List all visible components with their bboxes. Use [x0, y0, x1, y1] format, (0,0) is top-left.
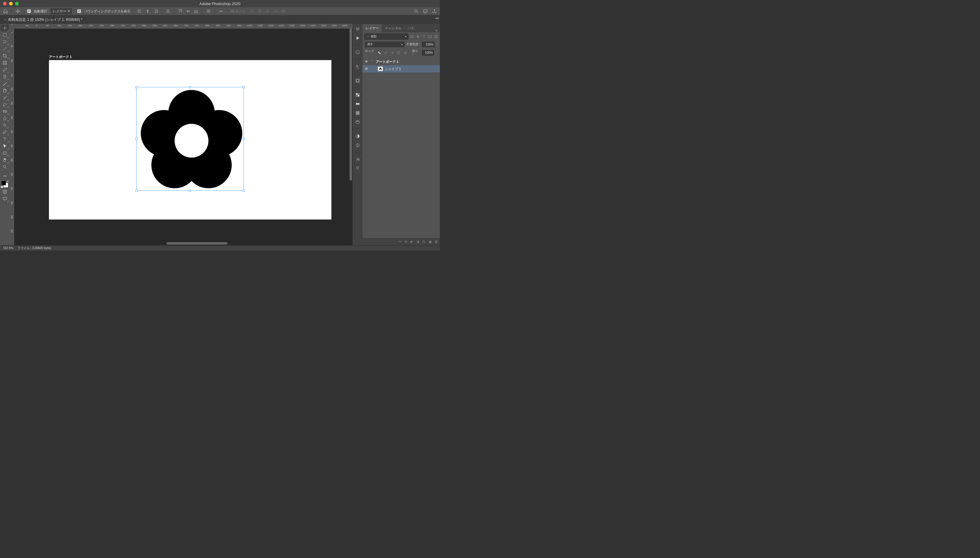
- auto-select-target-dropdown[interactable]: レイヤー: [51, 8, 72, 14]
- scroll-thumb[interactable]: [166, 242, 227, 245]
- align-horizontal-centers-icon[interactable]: [145, 8, 151, 14]
- healing-brush-tool[interactable]: [1, 73, 9, 80]
- libraries-panel-icon[interactable]: [354, 77, 361, 84]
- artboard-label[interactable]: アートボード 1: [49, 55, 72, 59]
- move-tool[interactable]: [1, 25, 9, 31]
- styles-panel-icon[interactable]: [354, 142, 361, 149]
- filter-adjustment-icon[interactable]: [416, 34, 420, 39]
- filter-smartobject-icon[interactable]: [434, 34, 438, 39]
- resize-handle-bl[interactable]: [135, 190, 138, 192]
- more-options-icon[interactable]: [218, 8, 224, 14]
- clone-stamp-tool[interactable]: [1, 87, 9, 94]
- link-layers-icon[interactable]: ⚯: [399, 240, 401, 244]
- show-transform-checkbox[interactable]: ✔: [77, 9, 81, 13]
- close-window-button[interactable]: [3, 2, 7, 5]
- resize-handle-ml[interactable]: [135, 138, 138, 140]
- align-right-edges-icon[interactable]: [153, 8, 159, 14]
- zoom-tool[interactable]: [1, 163, 9, 170]
- scroll-thumb[interactable]: [350, 28, 352, 181]
- paragraph-panel-icon[interactable]: [354, 165, 361, 172]
- blend-mode-dropdown[interactable]: 通常: [365, 42, 404, 47]
- layer-mask-icon[interactable]: ◐: [410, 240, 413, 244]
- share-icon[interactable]: [431, 8, 437, 14]
- resize-handle-bm[interactable]: [189, 190, 191, 192]
- tab-paths[interactable]: パス: [404, 24, 417, 32]
- tab-close-button[interactable]: ×: [4, 18, 6, 21]
- move-tool-indicator[interactable]: [15, 8, 21, 14]
- panel-collapse-handle[interactable]: ◀◀: [435, 16, 438, 20]
- resize-handle-tl[interactable]: [135, 86, 138, 88]
- resize-handle-tr[interactable]: [243, 86, 245, 88]
- visibility-toggle[interactable]: 👁: [364, 67, 368, 71]
- tab-channels[interactable]: チャンネル: [382, 24, 404, 32]
- type-tool[interactable]: [1, 136, 9, 143]
- visibility-toggle[interactable]: 👁: [364, 60, 368, 63]
- screen-mode-tool[interactable]: [1, 195, 9, 202]
- layer-name[interactable]: シェイプ 1: [385, 67, 401, 71]
- vertical-scrollbar[interactable]: [349, 24, 352, 241]
- gradients-panel-icon[interactable]: [354, 100, 361, 107]
- filter-shape-icon[interactable]: [428, 34, 432, 39]
- opacity-input[interactable]: 100%: [422, 42, 435, 47]
- layer-row-shape[interactable]: 👁 シェイプ 1: [362, 65, 440, 72]
- panel-menu-icon[interactable]: ≡: [433, 29, 440, 32]
- adjustments-panel-icon[interactable]: [354, 133, 361, 140]
- artboard[interactable]: [49, 60, 331, 220]
- rectangle-tool[interactable]: [1, 149, 9, 156]
- zoom-level[interactable]: 152.5%: [3, 246, 13, 250]
- swatches-panel-icon[interactable]: [354, 92, 361, 98]
- tab-layers[interactable]: レイヤー: [362, 24, 382, 32]
- layer-name[interactable]: アートボード 1: [376, 59, 398, 64]
- minimize-window-button[interactable]: [9, 2, 13, 5]
- resize-handle-mr[interactable]: [243, 138, 245, 140]
- layer-style-icon[interactable]: fx: [404, 240, 407, 243]
- delete-layer-icon[interactable]: 🗑: [435, 240, 438, 243]
- align-bottom-edges-icon[interactable]: [193, 8, 199, 14]
- screen-mode-icon[interactable]: [423, 8, 428, 14]
- layer-thumbnail[interactable]: [378, 66, 383, 71]
- transform-bounding-box[interactable]: [136, 87, 244, 191]
- new-layer-icon[interactable]: ▣: [429, 240, 432, 244]
- lock-position-icon[interactable]: [390, 51, 394, 55]
- brush-settings-panel-icon[interactable]: [354, 26, 361, 32]
- canvas-viewport[interactable]: アートボード 1: [14, 29, 352, 245]
- character-panel-icon[interactable]: [354, 63, 361, 70]
- edit-toolbar-button[interactable]: [1, 172, 9, 179]
- crop-tool[interactable]: [1, 52, 9, 59]
- brush-tool[interactable]: [1, 80, 9, 87]
- info-panel-icon[interactable]: [354, 49, 361, 56]
- frame-tool[interactable]: [1, 59, 9, 66]
- eraser-tool[interactable]: [1, 101, 9, 108]
- horizontal-scrollbar[interactable]: [14, 241, 352, 245]
- fullscreen-window-button[interactable]: [15, 2, 19, 5]
- distribute-horizontal-icon[interactable]: [165, 8, 171, 14]
- color-swatches[interactable]: ⇄: [1, 180, 9, 188]
- dodge-tool[interactable]: [1, 122, 9, 129]
- blur-tool[interactable]: [1, 115, 9, 122]
- history-brush-tool[interactable]: [1, 94, 9, 101]
- hand-tool[interactable]: [1, 156, 9, 163]
- search-icon[interactable]: [413, 8, 419, 14]
- lock-artboard-icon[interactable]: [397, 51, 401, 55]
- home-button[interactable]: [2, 8, 8, 14]
- eyedropper-tool[interactable]: [1, 66, 9, 73]
- adjustment-layer-icon[interactable]: ◑: [416, 240, 419, 244]
- swap-colors-icon[interactable]: ⇄: [7, 180, 9, 183]
- distribute-vertical-icon[interactable]: [206, 8, 212, 14]
- status-menu-caret[interactable]: 〉: [55, 246, 58, 250]
- glyphs-panel-icon[interactable]: [354, 156, 361, 163]
- lock-transparency-icon[interactable]: [378, 51, 381, 55]
- align-top-edges-icon[interactable]: [178, 8, 183, 14]
- quick-mask-button[interactable]: [1, 188, 9, 195]
- horizontal-ruler[interactable]: 50 0 50 100 150 200 250 300 350 400 450 …: [14, 24, 352, 29]
- layer-row-artboard[interactable]: 👁 ˇ アートボード 1: [362, 58, 440, 65]
- lasso-tool[interactable]: [1, 38, 9, 45]
- path-selection-tool[interactable]: [1, 143, 9, 149]
- new-group-icon[interactable]: 🗀: [423, 240, 426, 243]
- patterns-panel-icon[interactable]: [354, 110, 361, 116]
- disclosure-toggle[interactable]: ˇ: [370, 60, 374, 63]
- default-colors-icon[interactable]: [1, 186, 3, 188]
- vertical-ruler[interactable]: 5 0 50 100 150 200 250 300 350 400 450 5…: [9, 24, 14, 245]
- filter-pixel-icon[interactable]: [409, 34, 414, 39]
- file-info[interactable]: ファイル : 3.00M/0 bytes: [18, 246, 51, 250]
